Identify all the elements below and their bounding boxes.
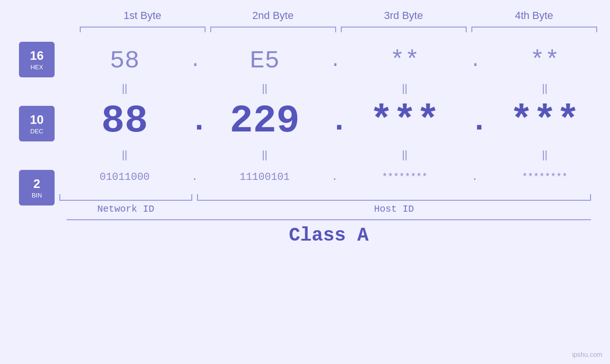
hex-dot1: . [190, 51, 199, 71]
bracket-byte4 [471, 27, 597, 32]
dec-b2-value: 229 [230, 99, 300, 143]
eq1-b4: || [479, 82, 610, 94]
hex-data-row: 58 . E5 . ** . ** [59, 42, 610, 80]
equals4-icon: || [542, 82, 547, 94]
dec-b4-value: *** [510, 99, 580, 143]
byte4-header: 4th Byte [469, 9, 600, 22]
hex-dot3: . [470, 51, 479, 71]
top-brackets-row [0, 27, 610, 32]
dec-byte4: *** [479, 99, 610, 143]
bin-byte3: ******** [339, 172, 470, 183]
bin-b3-value: ******** [382, 172, 427, 183]
bracket-byte3 [341, 27, 467, 32]
bottom-brackets-container [59, 194, 610, 201]
hex-b2-value: E5 [250, 47, 279, 75]
equals7-icon: || [402, 149, 407, 161]
bin-badge-num: 2 [33, 177, 40, 191]
eq1-b3: || [339, 82, 470, 94]
dec-dot3: . [470, 104, 479, 139]
equals3-icon: || [402, 82, 407, 94]
network-bracket [59, 194, 192, 201]
class-section: Class A [0, 219, 610, 246]
dec-badge: 10 DEC [19, 106, 55, 141]
eq1-b1: || [59, 82, 190, 94]
equals-row-1: || || || || [59, 80, 610, 96]
bin-data-row: 01011000 . 11100101 . ******** . *******… [59, 163, 610, 191]
host-bracket [197, 194, 591, 201]
id-labels-row: Network ID Host ID [59, 204, 610, 215]
bin-badge-label: BIN [32, 192, 42, 199]
hex-dot2: . [330, 51, 339, 71]
equals2-icon: || [262, 82, 267, 94]
equals8-icon: || [542, 149, 547, 161]
equals6-icon: || [262, 149, 267, 161]
class-bracket-line [66, 219, 591, 220]
bin-b4-value: ******** [522, 172, 567, 183]
equals1-icon: || [122, 82, 127, 94]
eq1-b2: || [199, 82, 330, 94]
watermark: ipshu.com [572, 351, 602, 358]
dec-dot2: . [330, 104, 339, 139]
dec-byte3: *** [339, 99, 470, 143]
hex-byte4: ** [479, 47, 610, 75]
dec-badge-label: DEC [30, 128, 43, 135]
bracket-byte1 [80, 27, 206, 32]
headers-row: 1st Byte 2nd Byte 3rd Byte 4th Byte [0, 9, 610, 22]
dec-dot1: . [190, 104, 199, 139]
equals5-icon: || [122, 149, 127, 161]
network-id-label: Network ID [59, 204, 192, 215]
hex-b3-value: ** [390, 47, 419, 75]
eq2-b1: || [59, 149, 190, 161]
hex-badge: 16 HEX [19, 42, 55, 77]
byte1-header: 1st Byte [77, 9, 208, 22]
hex-badge-num: 16 [30, 48, 44, 63]
bin-dot1: . [190, 171, 199, 183]
hex-badge-label: HEX [30, 64, 43, 71]
hex-b1-value: 58 [110, 47, 139, 75]
dec-data-row: 88 . 229 . *** . *** [59, 96, 610, 146]
dec-byte1: 88 [59, 99, 190, 143]
eq2-b4: || [479, 149, 610, 161]
hex-byte1: 58 [59, 47, 190, 75]
bin-b1-value: 01011000 [100, 171, 150, 183]
byte2-header: 2nd Byte [208, 9, 338, 22]
byte3-header: 3rd Byte [338, 9, 469, 22]
equals-row-2: || || || || [59, 146, 610, 163]
bracket-byte2 [210, 27, 336, 32]
dec-byte2: 229 [199, 99, 330, 143]
dec-b3-value: *** [370, 99, 440, 143]
eq2-b2: || [199, 149, 330, 161]
class-label: Class A [66, 225, 591, 246]
main-container: 1st Byte 2nd Byte 3rd Byte 4th Byte 16 H… [0, 0, 610, 364]
badge-column: 16 HEX 10 DEC 2 BIN [19, 42, 59, 205]
hex-byte3: ** [339, 47, 470, 75]
main-content-area: 16 HEX 10 DEC 2 BIN 58 . E5 [0, 42, 610, 215]
host-id-label: Host ID [197, 204, 591, 215]
hex-b4-value: ** [530, 47, 559, 75]
eq2-b3: || [339, 149, 470, 161]
dec-b1-value: 88 [101, 99, 148, 143]
hex-byte2: E5 [199, 47, 330, 75]
bin-dot3: . [470, 171, 479, 183]
bin-byte4: ******** [479, 172, 610, 183]
bin-badge: 2 BIN [19, 170, 55, 205]
bytes-column: 58 . E5 . ** . ** || [59, 42, 610, 215]
bin-byte2: 11100101 [199, 171, 330, 183]
bin-dot2: . [330, 171, 339, 183]
dec-badge-num: 10 [30, 112, 44, 127]
bin-byte1: 01011000 [59, 171, 190, 183]
bin-b2-value: 11100101 [240, 171, 290, 183]
